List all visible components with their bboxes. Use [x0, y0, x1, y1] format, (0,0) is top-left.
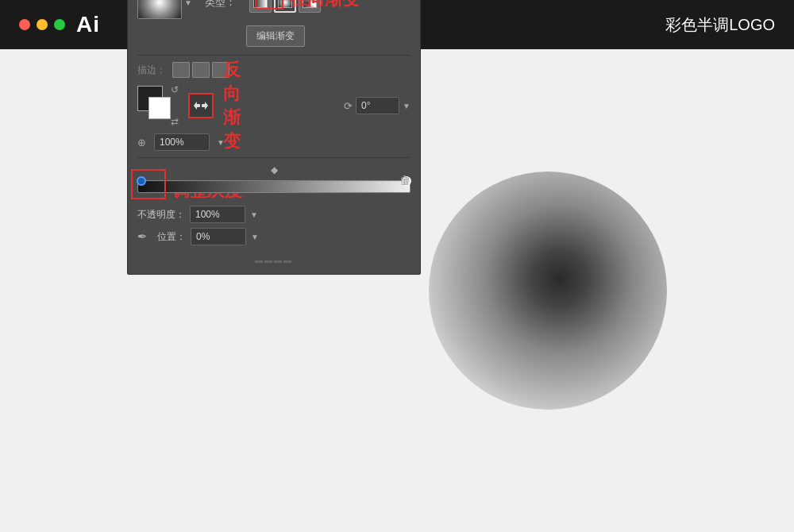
reverse-icon-svg: [194, 98, 208, 113]
gradient-stop-left[interactable]: [137, 176, 146, 186]
swap-colors-icon[interactable]: ⇄: [171, 116, 179, 127]
svg-marker-2: [205, 102, 208, 110]
opacity-row-input[interactable]: [154, 133, 210, 151]
stroke-box-1[interactable]: [172, 62, 190, 78]
close-button[interactable]: [19, 19, 30, 30]
angle-input[interactable]: [356, 97, 399, 114]
traffic-lights: [19, 19, 65, 30]
panel-container: × 描 透 对 路 色 画 符 渐变 图 « ≡: [127, 0, 421, 275]
topbar-left: Ai: [19, 12, 100, 37]
main-canvas: × 描 透 对 路 色 画 符 渐变 图 « ≡: [0, 49, 794, 532]
divider2: [137, 157, 410, 158]
gradient-thumb-dropdown[interactable]: ▼: [184, 0, 192, 7]
background-swatch[interactable]: [148, 97, 171, 119]
midpoint-diamond-icon[interactable]: ◆: [271, 164, 278, 175]
opacity-field-label: 不透明度：: [137, 208, 185, 222]
position-field-dropdown[interactable]: ▼: [251, 233, 259, 241]
opacity-field-dropdown[interactable]: ▼: [250, 210, 258, 219]
gradient-slider-row: 调整灰度 🗑: [137, 177, 410, 196]
panel-resize-handle[interactable]: ▬▬▬▬: [137, 252, 410, 266]
gradient-bar[interactable]: [137, 180, 410, 193]
gradient-thumbnail[interactable]: [137, 0, 182, 19]
type-label: 类型：: [205, 0, 237, 10]
edit-gradient-button[interactable]: 编辑渐变: [246, 25, 305, 47]
linear-gradient-btn[interactable]: [249, 0, 272, 13]
type-row: ▼ 类型：: [137, 0, 410, 19]
gradient-preview: [429, 172, 667, 410]
color-swatches: ↺ ⇄: [137, 86, 177, 125]
eyedropper-icon[interactable]: ✒: [137, 229, 148, 244]
app-title: Ai: [76, 12, 100, 37]
angle-icon: ⟳: [344, 100, 353, 112]
opacity-row: ⊕ ▼: [137, 133, 410, 151]
angle-dropdown-arrow[interactable]: ▼: [403, 102, 410, 110]
linear-grad-icon: [253, 0, 268, 8]
opacity-field-row: 不透明度： ▼: [137, 206, 410, 223]
radial-annotation-label: 径向渐变: [290, 0, 360, 11]
stroke-boxes: [172, 62, 229, 78]
topbar-right-title: 彩色半调LOGO: [665, 14, 775, 36]
stroke-row: 描边：: [137, 62, 410, 78]
maximize-button[interactable]: [54, 19, 65, 30]
panel-body: ▼ 类型：: [128, 0, 420, 274]
delete-stop-icon[interactable]: 🗑: [399, 174, 410, 187]
opacity-field-input[interactable]: [190, 206, 245, 223]
reset-colors-icon[interactable]: ↺: [171, 84, 179, 95]
svg-marker-3: [194, 102, 197, 110]
position-field-label: 位置：: [157, 230, 186, 244]
position-field-input[interactable]: [191, 228, 246, 245]
opacity-row-icon: ⊕: [137, 137, 146, 148]
reverse-annotation-label: 反向渐变: [223, 58, 241, 153]
position-field-row: ✒ 位置： ▼: [137, 228, 410, 245]
reverse-gradient-button[interactable]: [188, 93, 214, 118]
stroke-box-2[interactable]: [192, 62, 210, 78]
angle-row: ⟳ ▼: [344, 97, 410, 114]
minimize-button[interactable]: [37, 19, 48, 30]
divider1: [137, 55, 410, 56]
stroke-label: 描边：: [137, 64, 166, 77]
